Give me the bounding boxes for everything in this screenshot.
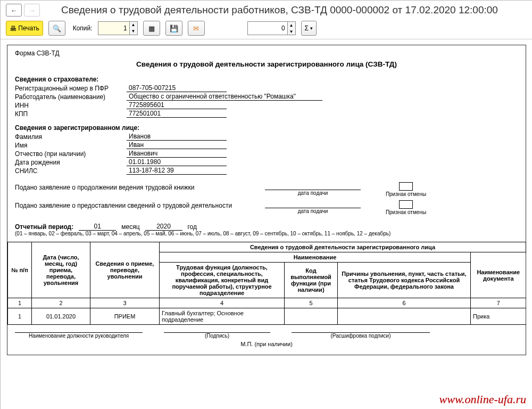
inn-label: ИНН	[15, 102, 127, 109]
mail-icon: ✉	[193, 25, 199, 32]
col-date: Дата (число, месяц, год) приема, перевод…	[32, 242, 90, 298]
mp-caption: М.П. (при наличии)	[15, 341, 518, 347]
print-label: Печать	[18, 24, 39, 32]
preview-button[interactable]: 🔍	[48, 21, 65, 36]
sigma-icon: Σ	[305, 24, 309, 32]
nav-forward-button[interactable]: →	[24, 4, 40, 17]
snils-value: 113-187-812 39	[127, 167, 227, 175]
form-code: Форма СЗВ-ТД	[15, 50, 518, 57]
period-month: 01	[79, 223, 116, 231]
col-function: Трудовая функция (должность, профессия, …	[160, 263, 285, 298]
copies-label: Копий:	[73, 24, 93, 32]
statement-1-date	[265, 182, 361, 190]
page-value: 0	[248, 22, 287, 35]
printer-icon: 🖶	[10, 25, 16, 32]
toolbar: 🖶 Печать 🔍 Копий: ▲▼ ▦ 💾 ✉ 0 ▲▼ Σ ▾	[1, 18, 532, 39]
kpp-value: 772501001	[127, 110, 227, 118]
copies-spinner[interactable]: ▲▼	[98, 21, 138, 35]
patronymic-label: Отчество (при наличии)	[15, 150, 127, 158]
period-label: Отчетный период:	[15, 223, 73, 231]
col-top: Сведения о трудовой деятельности зарегис…	[160, 242, 526, 252]
kpp-label: КПП	[15, 110, 127, 118]
col-reason: Причины увольнения, пункт, часть статьи,…	[338, 263, 471, 298]
col-num: № п/п	[8, 242, 32, 298]
spinner-up-icon[interactable]: ▲	[130, 22, 137, 28]
col-event: Сведения о приеме, переводе, увольнении	[90, 242, 160, 298]
inn-value: 7725895601	[127, 101, 227, 109]
birth-label: Дата рождения	[15, 159, 127, 166]
table-row: 1 01.01.2020 ПРИЕМ Главный бухгалтер; Ос…	[8, 308, 526, 325]
sig-name: (Расшифровка подписи)	[292, 333, 430, 339]
statement-1: Подано заявление о продолжении ведения т…	[15, 182, 265, 191]
print-button[interactable]: 🖶 Печать	[6, 21, 43, 36]
col-sub: Наименование	[160, 252, 471, 263]
grid-button[interactable]: ▦	[143, 21, 160, 36]
mail-button[interactable]: ✉	[188, 21, 205, 36]
copies-input[interactable]	[98, 22, 129, 35]
statement-1-flag[interactable]	[399, 182, 413, 191]
page-field[interactable]: 0 ▲▼	[247, 21, 296, 35]
document: Форма СЗВ-ТД Сведения о трудовой деятель…	[7, 45, 526, 355]
lastname-label: Фамилия	[15, 133, 127, 141]
grid-icon: ▦	[148, 25, 155, 32]
statement-2-date	[265, 200, 361, 208]
save-button[interactable]: 💾	[165, 21, 182, 36]
period-year: 2020	[145, 223, 182, 231]
activity-table: № п/п Дата (число, месяц, год) приема, п…	[7, 242, 526, 325]
period-note: (01 – январь, 02 – февраль, 03 – март, 0…	[15, 231, 518, 236]
page-title: Сведения о трудовой деятельности работни…	[61, 4, 498, 16]
firstname-label: Имя	[15, 142, 127, 149]
employer-value: Общество с ограниченной ответственностью…	[127, 93, 322, 101]
birth-value: 01.01.1980	[127, 158, 227, 166]
search-icon: 🔍	[53, 25, 61, 32]
lastname-value: Иванов	[127, 133, 227, 141]
table-number-row: 1 2 3 4 5 6 7	[8, 298, 526, 308]
patronymic-value: Иванович	[127, 150, 227, 158]
reg-label: Регистрационный номер в ПФР	[15, 85, 127, 92]
doc-title: Сведения о трудовой деятельности зарегис…	[15, 60, 518, 68]
sig-sign: (Подпись)	[164, 333, 270, 339]
employer-label: Работодатель (наименование)	[15, 93, 127, 101]
sigma-button[interactable]: Σ ▾	[301, 21, 317, 36]
reg-value: 087-705-007215	[127, 84, 227, 92]
col-code: Код выполняемой функции (при наличии)	[285, 263, 338, 298]
statement-2: Подано заявление о предоставлении сведен…	[15, 200, 265, 209]
spinner-down-icon[interactable]: ▼	[130, 28, 137, 35]
firstname-value: Иван	[127, 141, 227, 149]
sig-position: Наименование должности руководителя	[15, 333, 143, 339]
person-section: Сведения о зарегистрированном лице:	[15, 124, 518, 132]
insurer-section: Сведения о страхователе:	[15, 76, 518, 83]
col-docname: Наименование документа	[471, 252, 526, 298]
nav-back-button[interactable]: ←	[6, 4, 22, 17]
watermark: www.online-ufa.ru	[439, 392, 526, 406]
save-icon: 💾	[170, 25, 178, 32]
snils-label: СНИЛС	[15, 167, 127, 175]
statement-2-flag[interactable]	[399, 200, 413, 209]
